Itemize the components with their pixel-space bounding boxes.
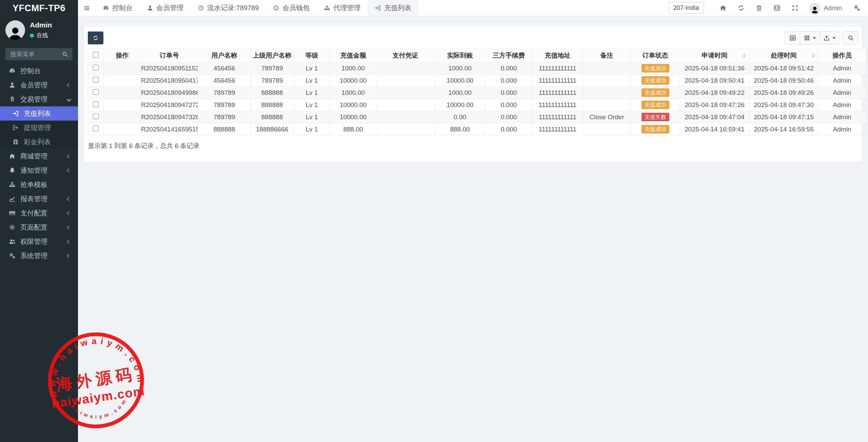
cell-apply-time: 2025-04-18 09:51:36 (680, 62, 749, 75)
home-button[interactable] (719, 4, 727, 12)
sidebar-item-label: 彩金列表 (24, 138, 71, 147)
signout-icon (12, 124, 19, 131)
chevron-left-icon (67, 211, 71, 215)
sidebar-item-page-config[interactable]: 页面配置 (0, 220, 78, 234)
language-button[interactable] (773, 4, 781, 12)
cell-user: 456456 (198, 75, 251, 87)
column-header: 实际到账 (435, 49, 486, 62)
cell-order-no: R2025041416595153 (141, 123, 198, 135)
sidebar-item-report-mgmt[interactable]: 报表管理 (0, 192, 78, 206)
row-checkbox-cell (88, 123, 104, 135)
hamburger-button[interactable] (78, 0, 96, 16)
table-search-button[interactable] (843, 31, 858, 44)
cell-order-no: R2025041809473264 (141, 111, 198, 123)
row-checkbox[interactable] (93, 101, 99, 107)
refresh-icon (737, 4, 745, 12)
card-heading (84, 22, 862, 27)
tab-member-wallet[interactable]: 会员钱包 (266, 0, 317, 16)
settings-button[interactable] (853, 4, 861, 12)
sidebar-item-bonus-list[interactable]: 彩金列表 (0, 135, 78, 149)
column-header-label: 操作员 (832, 52, 852, 59)
table-row: R2025041809473264789789888888Lv 110000.0… (88, 111, 866, 123)
column-header-label: 支付凭证 (393, 52, 418, 59)
table-row: R2025041416595153888888188886666Lv 1888.… (88, 123, 866, 135)
sidebar-item-permission-mgmt[interactable]: 权限管理 (0, 234, 78, 249)
sidebar-item-system-mgmt[interactable]: 系统管理 (0, 249, 78, 263)
cell-fee: 0.000 (486, 62, 532, 75)
tab-dashboard[interactable]: 控制台 (96, 0, 140, 16)
cell-status: 充值成功 (631, 99, 680, 111)
tab-member-mgmt[interactable]: 会员管理 (140, 0, 191, 16)
sort-icons[interactable] (743, 53, 746, 58)
cell-amount: 10000.00 (330, 99, 376, 111)
row-checkbox[interactable] (93, 126, 99, 131)
column-header-label: 备注 (600, 52, 613, 59)
cell-remark (583, 75, 631, 87)
row-checkbox[interactable] (93, 77, 99, 83)
column-header[interactable]: 处理时间 (749, 49, 818, 62)
sidebar-item-label: 支付配置 (20, 209, 67, 218)
column-header: 充值金额 (330, 49, 376, 62)
sidebar-item-withdraw-mgmt[interactable]: 提现管理 (0, 121, 78, 135)
cell-operator: Admin (818, 111, 866, 123)
sort-icons[interactable] (812, 53, 815, 58)
sidebar-item-member-mgmt[interactable]: 会员管理 (0, 78, 78, 92)
select-all-checkbox[interactable] (93, 52, 99, 58)
cell-address: 111111111111 (532, 62, 583, 75)
chevron-left-icon (67, 254, 71, 258)
column-header-label: 等级 (305, 52, 318, 59)
translate-icon (773, 4, 781, 12)
sidebar-item-dashboard[interactable]: 控制台 (0, 64, 78, 78)
cell-order-no: R2025041809511532 (141, 62, 198, 75)
tab-flow-record[interactable]: 流水记录:789789 (191, 0, 266, 16)
select-all-header (88, 49, 104, 62)
clear-cache-button[interactable] (755, 4, 763, 12)
cell-fee: 0.000 (486, 123, 532, 135)
refresh-button[interactable] (737, 4, 745, 12)
search-icon[interactable] (62, 51, 68, 58)
row-checkbox[interactable] (93, 65, 99, 70)
toggle-view-button[interactable] (785, 31, 800, 44)
app-logo[interactable]: YFCMF-TP6 (0, 0, 78, 16)
export-button[interactable] (820, 31, 840, 44)
cell-remark (583, 99, 631, 111)
table-row: R2025041809511532456456789789Lv 11000.00… (88, 62, 866, 75)
gears-icon (9, 252, 16, 259)
chevron-down-icon (67, 97, 71, 102)
column-header-label: 上级用户名称 (253, 52, 292, 59)
home-icon (719, 4, 727, 12)
column-header: 支付凭证 (376, 49, 435, 62)
region-selector[interactable]: 207-India (668, 2, 704, 14)
cell-address: 111111111111 (532, 123, 583, 135)
tab-agent-mgmt[interactable]: 代理管理 (317, 0, 368, 16)
sidebar-item-payment-config[interactable]: 支付配置 (0, 206, 78, 220)
cell-amount: 10000.00 (330, 75, 376, 87)
column-header[interactable]: 申请时间 (680, 49, 749, 62)
cell-order-no: R2025041809472721 (141, 99, 198, 111)
avatar[interactable] (5, 20, 25, 40)
cell-actual: 10000.00 (435, 99, 486, 111)
cell-apply-time: 2025-04-18 09:49:22 (680, 87, 749, 99)
navbar-username[interactable]: Admin (824, 4, 842, 12)
fullscreen-button[interactable] (791, 4, 798, 12)
sidebar-item-recharge-list[interactable]: 充值列表 (0, 106, 78, 121)
navbar-avatar[interactable] (809, 3, 820, 14)
cell-address: 111111111111 (532, 87, 583, 99)
cell-amount: 888.00 (330, 123, 376, 135)
sidebar-item-notice-mgmt[interactable]: 通知管理 (0, 163, 78, 177)
columns-button[interactable] (800, 31, 820, 44)
sidebar-item-mall-mgmt[interactable]: 商城管理 (0, 149, 78, 163)
status-badge: 充值成功 (642, 76, 669, 85)
sidebar-item-trade-mgmt[interactable]: 交易管理 (0, 92, 78, 106)
grid-icon (804, 35, 810, 41)
cell-user: 888888 (198, 123, 251, 135)
cell-level: Lv 1 (294, 75, 330, 87)
row-checkbox[interactable] (93, 89, 99, 95)
sidebar-item-order-template[interactable]: 抢单模板 (0, 177, 78, 192)
tab-recharge-list[interactable]: 充值列表 (368, 0, 418, 16)
cell-process-time: 2025-04-18 09:47:15 (749, 111, 818, 123)
row-checkbox[interactable] (93, 113, 99, 119)
column-header-label: 处理时间 (771, 52, 797, 59)
table-refresh-button[interactable] (88, 31, 103, 44)
sidebar-item-label: 商城管理 (20, 152, 67, 161)
